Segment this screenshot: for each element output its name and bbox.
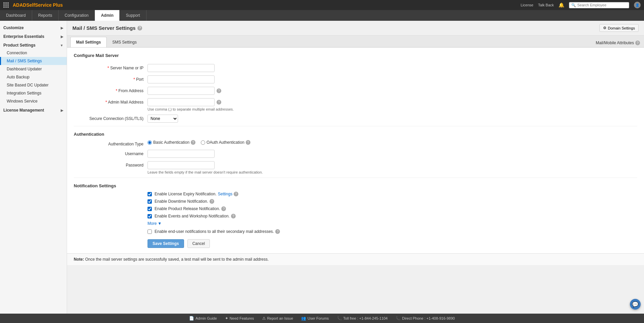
- sidebar-item-auto-backup[interactable]: Auto Backup: [0, 73, 67, 81]
- secondary-mail-help-icon[interactable]: ?: [275, 229, 280, 234]
- license-link[interactable]: License: [521, 3, 533, 7]
- nav-reports[interactable]: Reports: [32, 10, 59, 21]
- from-address-input[interactable]: [148, 87, 215, 95]
- page-help-icon[interactable]: ?: [137, 26, 142, 30]
- secure-conn-group: Secure Connection (SSL/TLS) None SSL TLS…: [74, 115, 637, 123]
- divider: [74, 126, 637, 126]
- save-settings-button[interactable]: Save Settings: [148, 239, 184, 248]
- chat-bubble-button[interactable]: 💬: [630, 299, 641, 310]
- sidebar-section-product-settings[interactable]: Product Settings ▼: [0, 40, 67, 49]
- more-link[interactable]: More ▼: [148, 221, 162, 226]
- notif-license-settings-link[interactable]: Settings: [218, 192, 232, 196]
- direct-phone-icon: 📞: [396, 316, 401, 321]
- note-label: Note:: [74, 257, 84, 262]
- main-content: Mail / SMS Server Settings ? ⚙ Domain Se…: [67, 21, 644, 314]
- admin-mail-input[interactable]: [148, 98, 215, 106]
- report-issue-icon: ⚠: [262, 316, 266, 321]
- sidebar-section-customize[interactable]: Customize ▶: [0, 23, 67, 31]
- search-employee-box[interactable]: 🔍: [569, 2, 629, 8]
- footer-toll-free[interactable]: 📞 Toll free : +1-844-245-1104: [337, 316, 388, 321]
- sidebar-section-license[interactable]: License Management ▶: [0, 105, 67, 114]
- toll-free-icon: 📞: [337, 316, 342, 321]
- admin-mail-help-icon[interactable]: ?: [217, 100, 221, 105]
- sidebar-item-site-based-dc[interactable]: Site Based DC Updater: [0, 81, 67, 89]
- user-forums-icon: 👥: [301, 316, 306, 321]
- username-input[interactable]: [148, 150, 215, 158]
- mail-mobile-attr-help-icon[interactable]: ?: [635, 41, 640, 45]
- secure-conn-label: Secure Connection (SSL/TLS): [74, 115, 148, 121]
- oauth-auth-help-icon[interactable]: ?: [246, 140, 250, 145]
- tabs: Mail Settings SMS Settings: [67, 36, 146, 47]
- notif-events-workshop-checkbox[interactable]: [148, 214, 152, 218]
- note-text: Once the mail server settings are succes…: [85, 257, 269, 262]
- notif-product-release-label[interactable]: Enable Product Release Notification. ?: [155, 206, 226, 211]
- grid-menu-icon[interactable]: [3, 2, 9, 8]
- from-address-row: ?: [148, 87, 221, 95]
- notif-downtime-checkbox[interactable]: [148, 199, 152, 204]
- top-bar: ADADSelfService Plus License Talk Back 🔔…: [0, 0, 644, 10]
- password-col: Leave the fields empty if the mail serve…: [148, 161, 263, 174]
- user-avatar[interactable]: 👤: [634, 2, 641, 8]
- auth-type-radio-group: Basic Authentication ? OAuth Authenticat…: [148, 140, 250, 145]
- nav-support[interactable]: Support: [120, 10, 146, 21]
- search-employee-input[interactable]: [577, 3, 627, 7]
- notif-product-release-help-icon[interactable]: ?: [221, 206, 226, 211]
- nav-admin[interactable]: Admin: [95, 10, 120, 21]
- basic-auth-radio[interactable]: [148, 140, 152, 145]
- sidebar-item-mail-sms-settings[interactable]: Mail / SMS Settings: [0, 57, 67, 65]
- port-group: * Port: [74, 75, 637, 83]
- secondary-mail-label[interactable]: Enable end-user notifications to all the…: [155, 229, 280, 234]
- domain-settings-button[interactable]: ⚙ Domain Settings: [599, 24, 639, 32]
- admin-mail-col: ? Use comma (,) to separate multiple ema…: [148, 98, 234, 111]
- chevron-down-icon: ▼: [158, 221, 162, 226]
- server-name-input[interactable]: [148, 64, 215, 72]
- cancel-button[interactable]: Cancel: [187, 239, 210, 248]
- app-logo[interactable]: ADADSelfService Plus: [13, 2, 63, 8]
- secure-conn-select[interactable]: None SSL TLS STARTTLS: [148, 115, 178, 123]
- notif-product-release-checkbox[interactable]: [148, 207, 152, 211]
- divider-2: [74, 178, 637, 178]
- username-group: Username: [74, 150, 637, 158]
- talkback-link[interactable]: Talk Back: [538, 3, 554, 7]
- sidebar-item-dashboard-updater[interactable]: Dashboard Updater: [0, 65, 67, 73]
- sidebar-item-integration-settings[interactable]: Integration Settings: [0, 89, 67, 97]
- page-header: Mail / SMS Server Settings ? ⚙ Domain Se…: [67, 21, 644, 36]
- chevron-right-icon: ▶: [61, 26, 63, 30]
- top-bar-left: ADADSelfService Plus: [3, 2, 63, 8]
- sidebar-section-enterprise[interactable]: Enterprise Essentials ▶: [0, 31, 67, 40]
- nav-bar: Dashboard Reports Configuration Admin Su…: [0, 10, 644, 21]
- notif-product-release: Enable Product Release Notification. ?: [148, 206, 637, 211]
- password-input[interactable]: [148, 161, 215, 169]
- basic-auth-help-icon[interactable]: ?: [191, 140, 195, 145]
- from-address-help-icon[interactable]: ?: [217, 88, 221, 93]
- notif-events-help-icon[interactable]: ?: [231, 214, 236, 218]
- oauth-auth-radio-label[interactable]: OAuth Authentication ?: [201, 140, 250, 145]
- notif-license-help-icon[interactable]: ?: [234, 192, 238, 196]
- secondary-mail-checkbox[interactable]: [148, 230, 152, 234]
- notif-license-checkbox[interactable]: [148, 192, 152, 196]
- chevron-right-icon: ▶: [61, 35, 63, 39]
- nav-dashboard[interactable]: Dashboard: [0, 10, 32, 21]
- notif-downtime-help-icon[interactable]: ?: [210, 199, 214, 204]
- tab-mail-settings[interactable]: Mail Settings: [70, 37, 107, 47]
- sidebar-item-connection[interactable]: Connection: [0, 49, 67, 57]
- oauth-auth-radio[interactable]: [201, 140, 205, 145]
- footer-need-features[interactable]: ✦ Need Features: [225, 316, 254, 321]
- notif-downtime: Enable Downtime Notification. ?: [148, 199, 637, 204]
- notif-downtime-label[interactable]: Enable Downtime Notification. ?: [155, 199, 214, 204]
- notifications-icon[interactable]: 🔔: [559, 2, 564, 8]
- secondary-mail-item: Enable end-user notifications to all the…: [148, 229, 637, 234]
- footer-user-forums[interactable]: 👥 User Forums: [301, 316, 329, 321]
- auth-section-title: Authentication: [74, 132, 637, 137]
- footer-admin-guide[interactable]: 📄 Admin Guide: [189, 316, 217, 321]
- footer-report-issue[interactable]: ⚠ Report an Issue: [262, 316, 293, 321]
- sidebar-item-windows-service[interactable]: Windows Service: [0, 97, 67, 105]
- port-input[interactable]: [148, 75, 215, 83]
- basic-auth-radio-label[interactable]: Basic Authentication ?: [148, 140, 195, 145]
- nav-configuration[interactable]: Configuration: [59, 10, 95, 21]
- sidebar: Customize ▶ Enterprise Essentials ▶ Prod…: [0, 21, 67, 314]
- footer-direct-phone[interactable]: 📞 Direct Phone : +1-408-916-9890: [396, 316, 455, 321]
- tab-sms-settings[interactable]: SMS Settings: [107, 37, 142, 47]
- notif-events-workshop-label[interactable]: Enable Events and Workshop Notification.…: [155, 214, 236, 218]
- notif-license-label[interactable]: Enable License Expiry Notification. Sett…: [155, 192, 238, 196]
